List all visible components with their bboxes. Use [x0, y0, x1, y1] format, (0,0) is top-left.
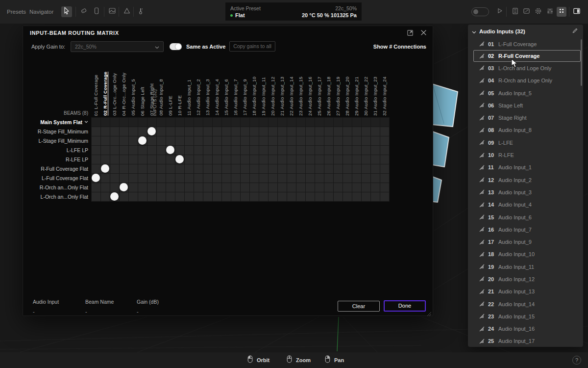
matrix-cell[interactable] [138, 155, 147, 164]
copy-gains-button[interactable]: Copy gains to all [229, 41, 275, 52]
matrix-cell[interactable] [371, 174, 380, 183]
matrix-cell[interactable] [306, 146, 315, 155]
matrix-cell[interactable] [110, 155, 120, 164]
matrix-cell[interactable] [92, 127, 101, 136]
matrix-cell[interactable] [147, 164, 157, 174]
matrix-cell[interactable] [138, 127, 147, 136]
matrix-cell[interactable] [92, 146, 101, 155]
audio-input-item-21[interactable]: 21Audio Input_13 [468, 286, 583, 298]
sliders-button[interactable] [545, 7, 555, 17]
matrix-cell[interactable] [166, 192, 175, 202]
matrix-cell[interactable] [269, 192, 278, 202]
audio-input-item-11[interactable]: 11Audio Input_1 [468, 161, 583, 174]
audio-input-item-05[interactable]: 05Audio Input_5 [468, 87, 583, 99]
matrix-cell[interactable] [241, 183, 250, 192]
matrix-cell[interactable] [166, 146, 175, 155]
audio-input-item-23[interactable]: 23Audio Input_15 [468, 310, 583, 322]
gain-target-dropdown[interactable]: 22c_50% [71, 41, 164, 52]
matrix-cell[interactable] [129, 155, 138, 164]
matrix-cell[interactable] [203, 164, 213, 174]
matrix-cell[interactable] [166, 164, 175, 174]
matrix-cell[interactable] [287, 183, 296, 192]
matrix-cell[interactable] [278, 136, 287, 146]
matrix-cell[interactable] [166, 127, 175, 136]
matrix-cell[interactable] [306, 164, 315, 174]
matrix-cell[interactable] [352, 146, 362, 155]
audio-input-item-07[interactable]: 07Stage Right [468, 111, 583, 124]
matrix-cell[interactable] [110, 127, 120, 136]
matrix-cell[interactable] [213, 183, 222, 192]
matrix-cell[interactable] [324, 174, 334, 183]
matrix-cell[interactable] [259, 136, 269, 146]
matrix-cell[interactable] [213, 146, 222, 155]
matrix-cell[interactable] [231, 127, 241, 136]
popout-button[interactable] [407, 29, 415, 37]
matrix-column-header-15[interactable]: 15 Audio Input_6 [221, 52, 231, 116]
resize-handle[interactable] [427, 310, 432, 315]
matrix-cell[interactable] [213, 136, 222, 146]
audio-input-item-01[interactable]: 01L-Full Coverage [468, 38, 583, 50]
matrix-cell[interactable] [166, 174, 175, 183]
matrix-cell[interactable] [343, 155, 352, 164]
matrix-cell[interactable] [250, 155, 259, 164]
audio-input-item-24[interactable]: 24Audio Input_16 [468, 323, 583, 335]
matrix-cell[interactable] [101, 192, 110, 202]
matrix-cell[interactable] [157, 174, 166, 183]
done-button[interactable]: Done [384, 300, 426, 312]
matrix-cell[interactable] [222, 118, 231, 127]
matrix-column-header-01[interactable]: 01 L-Full Coverage [91, 52, 100, 116]
matrix-cell[interactable] [287, 127, 296, 136]
matrix-column-header-07[interactable]: 07 Stage Right [147, 52, 156, 116]
matrix-cell[interactable] [315, 174, 324, 183]
matrix-cell[interactable] [110, 136, 120, 146]
matrix-cell[interactable] [296, 136, 306, 146]
matrix-cell[interactable] [278, 174, 287, 183]
matrix-column-header-32[interactable]: 32 Audio Input_24 [380, 52, 389, 116]
matrix-cell[interactable] [231, 192, 241, 202]
matrix-cell[interactable] [362, 155, 371, 164]
prism-tool-button[interactable] [122, 6, 132, 17]
matrix-cell[interactable] [138, 118, 147, 127]
settings-button[interactable] [533, 7, 543, 17]
matrix-cell[interactable] [222, 192, 231, 202]
matrix-cell[interactable] [324, 192, 334, 202]
active-preset-box[interactable]: Active Preset 22c_50% Flat 20 °C 50 % 10… [225, 2, 362, 21]
matrix-cell[interactable] [306, 155, 315, 164]
matrix-row-label[interactable]: L-Full Coverage Flat [23, 173, 88, 183]
matrix-cell[interactable] [371, 164, 380, 174]
matrix-cell[interactable] [269, 183, 278, 192]
matrix-cell[interactable] [138, 136, 147, 146]
matrix-cell[interactable] [92, 136, 101, 146]
matrix-cell[interactable] [241, 174, 250, 183]
matrix-cell[interactable] [147, 118, 157, 127]
matrix-cell[interactable] [185, 192, 194, 202]
matrix-cell[interactable] [380, 155, 390, 164]
matrix-cell[interactable] [352, 127, 362, 136]
matrix-cell[interactable] [250, 164, 259, 174]
matrix-cell[interactable] [352, 164, 362, 174]
matrix-cell[interactable] [296, 183, 306, 192]
matrix-cell[interactable] [371, 155, 380, 164]
matrix-cell[interactable] [222, 164, 231, 174]
matrix-cell[interactable] [324, 183, 334, 192]
close-icon[interactable] [420, 29, 428, 37]
matrix-cell[interactable] [203, 127, 213, 136]
matrix-cell[interactable] [278, 192, 287, 202]
matrix-cell[interactable] [343, 146, 352, 155]
matrix-cell[interactable] [371, 136, 380, 146]
audio-input-item-12[interactable]: 12Audio Input_2 [468, 174, 583, 186]
matrix-cell[interactable] [157, 118, 166, 127]
matrix-cell[interactable] [203, 118, 213, 127]
audio-input-item-15[interactable]: 15Audio Input_6 [468, 211, 583, 223]
matrix-cell[interactable] [269, 164, 278, 174]
matrix-cell[interactable] [306, 127, 315, 136]
matrix-cell[interactable] [185, 155, 194, 164]
scrollbar-thumb[interactable] [581, 39, 582, 86]
matrix-cell[interactable] [120, 118, 129, 127]
matrix-cell[interactable] [362, 127, 371, 136]
matrix-cell[interactable] [306, 174, 315, 183]
matrix-cell[interactable] [213, 155, 222, 164]
matrix-column-header-23[interactable]: 23 Audio Input_15 [296, 52, 305, 116]
matrix-cell[interactable] [343, 118, 352, 127]
audio-input-item-19[interactable]: 19Audio Input_11 [468, 261, 583, 273]
